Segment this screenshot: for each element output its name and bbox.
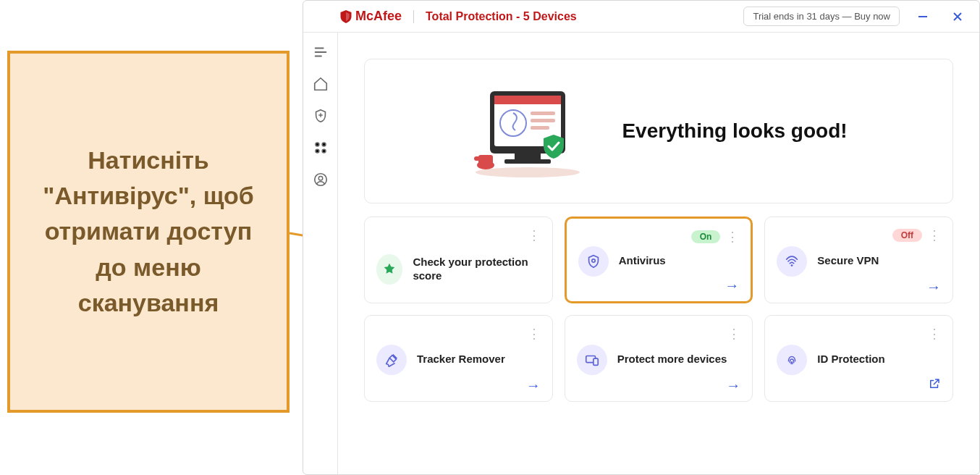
svg-point-13 [476, 167, 580, 177]
card-label: ID Protection [817, 353, 884, 366]
card-menu-button[interactable]: ⋮ [727, 327, 740, 340]
hero-headline: Everything looks good! [622, 119, 847, 143]
close-button[interactable] [949, 8, 966, 25]
svg-point-26 [591, 258, 594, 261]
open-arrow-button[interactable]: → [726, 377, 740, 394]
svg-rect-2 [918, 16, 927, 17]
open-arrow-button[interactable]: → [725, 277, 739, 294]
hero-illustration [470, 84, 586, 178]
brand-block: McAfee Total Protection - 5 Devices [339, 9, 577, 24]
sidebar-menu-button[interactable] [311, 43, 330, 62]
vpn-icon [777, 246, 807, 277]
open-arrow-button[interactable]: → [526, 377, 541, 394]
annotation-text: Натисніть "Антивірус", щоб отримати дост… [29, 143, 268, 321]
card-id-protection[interactable]: ⋮ ID Protection [764, 315, 953, 402]
brand-logo: McAfee [339, 9, 402, 24]
card-label: Check your protection score [413, 256, 540, 283]
sidebar-account-button[interactable] [311, 170, 330, 189]
external-link-button[interactable] [928, 377, 941, 394]
card-antivirus[interactable]: On ⋮ Antivirus → [565, 217, 753, 303]
card-menu-button[interactable]: ⋮ [928, 229, 941, 242]
broom-icon [376, 345, 407, 375]
body-row: Everything looks good! ⋮ Check your prot… [303, 33, 979, 474]
card-menu-button[interactable]: ⋮ [528, 229, 541, 242]
open-arrow-button[interactable]: → [926, 279, 941, 295]
svg-rect-15 [504, 159, 551, 164]
card-label: Protect more devices [617, 353, 727, 366]
external-link-icon [928, 377, 941, 390]
card-secure-vpn[interactable]: Off ⋮ Secure VPN → [764, 217, 953, 303]
window-controls [914, 8, 966, 25]
mcafee-shield-icon [339, 9, 352, 24]
svg-point-12 [318, 176, 323, 180]
content: Everything looks good! ⋮ Check your prot… [338, 33, 979, 474]
devices-icon [577, 345, 607, 375]
fingerprint-icon [777, 345, 807, 375]
product-name: Total Protection - 5 Devices [426, 10, 577, 23]
sidebar [303, 33, 338, 474]
hero-card: Everything looks good! [364, 59, 953, 203]
shield-plus-icon [313, 108, 329, 124]
card-menu-button[interactable]: ⋮ [726, 230, 739, 243]
brand-name: McAfee [355, 9, 402, 24]
svg-rect-18 [494, 96, 561, 104]
home-icon [313, 76, 329, 92]
menu-icon [313, 44, 329, 60]
card-protection-score[interactable]: ⋮ Check your protection score [364, 217, 553, 303]
antivirus-icon [578, 246, 609, 277]
sidebar-shield-button[interactable] [311, 106, 330, 125]
annotation-callout: Натисніть "Антивірус", щоб отримати дост… [7, 51, 290, 413]
account-icon [313, 172, 329, 188]
status-badge-on: On [691, 230, 721, 243]
minimize-button[interactable] [914, 8, 932, 25]
trial-pill[interactable]: Trial ends in 31 days — Buy now [743, 7, 900, 26]
star-icon [376, 254, 402, 285]
minimize-icon [917, 11, 929, 22]
sidebar-home-button[interactable] [311, 75, 330, 93]
svg-rect-22 [531, 126, 549, 130]
svg-rect-25 [474, 156, 480, 161]
status-badge-off: Off [892, 229, 922, 242]
cards-grid: ⋮ Check your protection score On ⋮ [364, 217, 953, 402]
svg-rect-21 [531, 119, 555, 122]
app-window: McAfee Total Protection - 5 Devices Tria… [303, 0, 980, 475]
grid-icon [313, 140, 329, 156]
svg-rect-24 [478, 155, 493, 165]
card-protect-devices[interactable]: ⋮ Protect more devices → [565, 315, 753, 402]
svg-rect-20 [531, 112, 555, 115]
brand-divider [413, 10, 414, 23]
titlebar: McAfee Total Protection - 5 Devices Tria… [303, 1, 979, 33]
sidebar-apps-button[interactable] [311, 138, 330, 157]
card-menu-button[interactable]: ⋮ [928, 327, 941, 340]
svg-rect-29 [593, 358, 597, 365]
card-tracker-remover[interactable]: ⋮ Tracker Remover → [364, 315, 553, 402]
card-label: Secure VPN [817, 254, 879, 268]
card-menu-button[interactable]: ⋮ [528, 327, 541, 340]
svg-point-27 [791, 264, 793, 266]
card-label: Antivirus [619, 254, 666, 268]
card-label: Tracker Remover [417, 353, 505, 366]
close-icon [952, 11, 963, 22]
